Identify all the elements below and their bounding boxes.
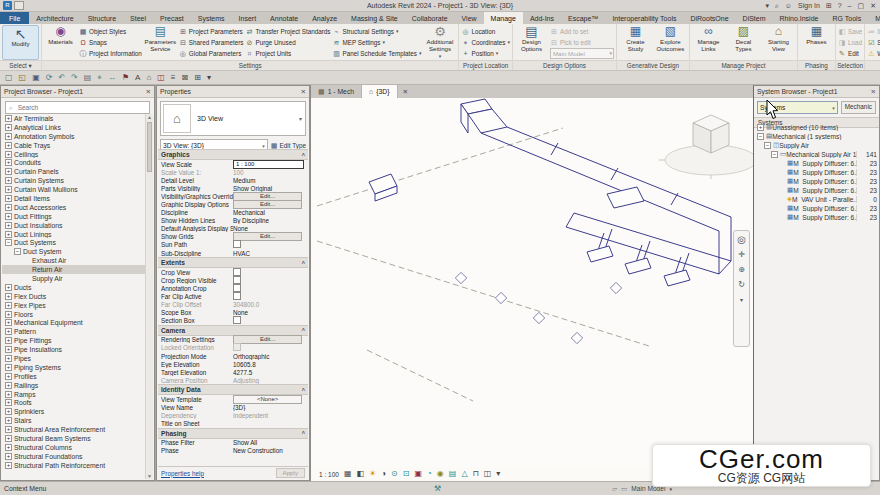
close-inactive-windows-icon[interactable]: ⊠: [181, 74, 188, 82]
redo-icon[interactable]: ↷: [71, 74, 78, 82]
tab-annotate[interactable]: Annotate: [263, 12, 305, 24]
view-cube[interactable]: [659, 115, 753, 179]
expander-icon[interactable]: +: [5, 364, 12, 371]
system-row-m-supply-diffuser-6-[interactable]: ▦ M_Supply Diffuser: 6...23: [755, 186, 878, 195]
worksharing-display-icon[interactable]: ◫: [484, 470, 492, 478]
view-tab-1mech[interactable]: ▦1 - Mech: [311, 85, 362, 98]
help-icon[interactable]: ?: [838, 2, 842, 9]
tab-manage[interactable]: Manage: [484, 12, 523, 24]
tab-structure[interactable]: Structure: [81, 12, 123, 24]
tab-collaborate[interactable]: Collaborate: [405, 12, 455, 24]
project-information-button[interactable]: ⓘProject Information: [79, 48, 142, 58]
project-browser-header[interactable]: Project Browser - Project1 ✕: [1, 86, 154, 98]
shadows-icon[interactable]: ◑: [381, 470, 386, 478]
system-browser-header[interactable]: System Browser - Project1 ✕: [754, 86, 879, 98]
close-button[interactable]: ✕: [870, 2, 876, 10]
view-tab-close-icon[interactable]: ✕: [398, 85, 413, 98]
minimize-button[interactable]: –: [848, 2, 852, 9]
collapse-icon[interactable]: ˄: [302, 152, 305, 158]
tree-item-structural-columns[interactable]: +Structural Columns: [2, 443, 146, 452]
scale-button[interactable]: 1 : 100: [319, 471, 339, 478]
object-styles-button[interactable]: ▦Object Styles: [79, 26, 142, 36]
close-icon[interactable]: ✕: [871, 88, 876, 96]
tree-item-curtain-panels[interactable]: +Curtain Panels: [2, 167, 146, 176]
section-header-camera[interactable]: Camera˄: [158, 325, 308, 336]
panel-label-select[interactable]: Select ▾: [0, 60, 41, 70]
tree-item-ramps[interactable]: +Ramps: [2, 390, 146, 399]
tree-item-pipe-fittings[interactable]: +Pipe Fittings: [2, 336, 146, 345]
navigation-bar[interactable]: ◎ ✛ ⊕ ↻ ▾: [733, 230, 750, 347]
render-icon[interactable]: ⊙: [391, 470, 398, 478]
visual-style-icon[interactable]: ◧: [356, 470, 364, 478]
system-row-m-supply-diffuser-6-[interactable]: ▦ M_Supply Diffuser: 6...23: [755, 159, 878, 168]
tab-architecture[interactable]: Architecture: [29, 12, 80, 24]
tab-rg-tools[interactable]: RG Tools: [825, 12, 868, 24]
expander-icon[interactable]: +: [5, 151, 12, 158]
project-units-button[interactable]: ⌗Project Units: [245, 48, 330, 58]
properties-header[interactable]: Properties ✕: [157, 86, 309, 98]
tree-item-ceilings[interactable]: +Ceilings: [2, 150, 146, 159]
system-row-m-supply-diffuser-6-[interactable]: ▦ M_Supply Diffuser: 6...23: [755, 204, 878, 213]
system-row-m-supply-diffuser-6-[interactable]: ▦ M_Supply Diffuser: 6...23: [755, 177, 878, 186]
tab-add-ins[interactable]: Add-Ins: [523, 12, 561, 24]
mep-settings-button[interactable]: ≋MEP Settings▾: [332, 37, 421, 47]
tree-item-annotation-symbols[interactable]: +Annotation Symbols: [2, 132, 146, 141]
expander-icon[interactable]: −: [771, 151, 778, 158]
tree-item-cable-trays[interactable]: +Cable Trays: [2, 141, 146, 150]
collapse-icon[interactable]: ˄: [302, 327, 305, 333]
system-row-unassigned-10-items-[interactable]: +▦ Unassigned (10 items): [755, 123, 878, 132]
warnings-button[interactable]: ⚠Warnings: [867, 48, 880, 58]
expander-icon[interactable]: +: [5, 435, 12, 442]
tree-item-air-terminals[interactable]: +Air Terminals: [2, 114, 146, 123]
app-store-icon[interactable]: ⊞: [826, 2, 832, 10]
expander-icon[interactable]: +: [5, 284, 12, 291]
panel-label-design-options[interactable]: Design Options: [513, 60, 616, 70]
expander-icon[interactable]: +: [5, 311, 12, 318]
tree-item-duct-accessories[interactable]: +Duct Accessories: [2, 203, 146, 212]
sync-with-central-icon[interactable]: ⟳: [46, 74, 53, 82]
project-parameters-button[interactable]: ⊞Project Parameters: [179, 26, 244, 36]
reveal-hidden-icon[interactable]: ◉: [437, 470, 444, 478]
expander-icon[interactable]: +: [5, 115, 12, 122]
system-row-supply-air[interactable]: −◫ Supply Air: [755, 141, 878, 150]
constraints-icon[interactable]: ⊓: [473, 470, 479, 478]
phases-button[interactable]: ▦Phases: [800, 25, 833, 60]
close-icon[interactable]: ✕: [301, 88, 306, 96]
global-parameters-button[interactable]: ◎Global Parameters: [179, 48, 244, 58]
panel-label-project-location[interactable]: Project Location: [459, 60, 511, 70]
maximize-button[interactable]: ▢: [858, 2, 865, 10]
navbar-more-icon[interactable]: ▾: [740, 296, 743, 304]
expander-icon[interactable]: +: [5, 373, 12, 380]
more-tools-icon[interactable]: ▾: [496, 470, 500, 478]
manage-links-button[interactable]: ∞Manage Links: [692, 25, 725, 60]
tree-item-structural-path-reinforcement[interactable]: +Structural Path Reinforcement: [2, 461, 146, 470]
explore-outcomes-button[interactable]: ▧Explore Outcomes: [654, 25, 687, 60]
panel-schedule-templates-button[interactable]: ▥Panel Schedule Templates▾: [332, 48, 421, 58]
expander-icon[interactable]: +: [5, 391, 12, 398]
property-value[interactable]: [233, 240, 308, 249]
purge-unused-button[interactable]: ⊘Purge Unused: [245, 37, 330, 47]
property-value[interactable]: <None>: [233, 395, 308, 404]
system-row-m-supply-diffuser-6-[interactable]: ▦ M_Supply Diffuser: 6...23: [755, 168, 878, 177]
structural-settings-button[interactable]: ⌁Structural Settings▾: [332, 26, 421, 36]
tab-systems[interactable]: Systems: [191, 12, 232, 24]
tree-item-detail-items[interactable]: +Detail Items: [2, 194, 146, 203]
expander-icon[interactable]: +: [5, 124, 12, 131]
expander-icon[interactable]: −: [757, 133, 764, 140]
customize-qat-icon[interactable]: ▾: [207, 74, 211, 82]
tree-item-flex-pipes[interactable]: +Flex Pipes: [2, 301, 146, 310]
analytical-model-icon[interactable]: △: [461, 470, 467, 478]
expander-icon[interactable]: +: [5, 328, 12, 335]
crop-region-icon[interactable]: ▣: [414, 470, 422, 478]
tree-item-conduits[interactable]: +Conduits: [2, 158, 146, 167]
tree-item-curtain-systems[interactable]: +Curtain Systems: [2, 176, 146, 185]
snaps-button[interactable]: ΩSnaps: [79, 37, 142, 47]
expander-icon[interactable]: −: [14, 248, 21, 255]
tree-item-exhaust-air[interactable]: Exhaust Air: [2, 256, 146, 265]
steering-wheel-icon[interactable]: ◎: [737, 236, 746, 244]
view-tab-3d[interactable]: ⌂{3D}: [362, 85, 397, 98]
hide-isolate-icon[interactable]: ◔: [427, 470, 432, 478]
collapse-icon[interactable]: ˄: [302, 260, 305, 266]
collapse-icon[interactable]: ˄: [302, 430, 305, 436]
switch-windows-icon[interactable]: ⊞: [194, 74, 201, 82]
